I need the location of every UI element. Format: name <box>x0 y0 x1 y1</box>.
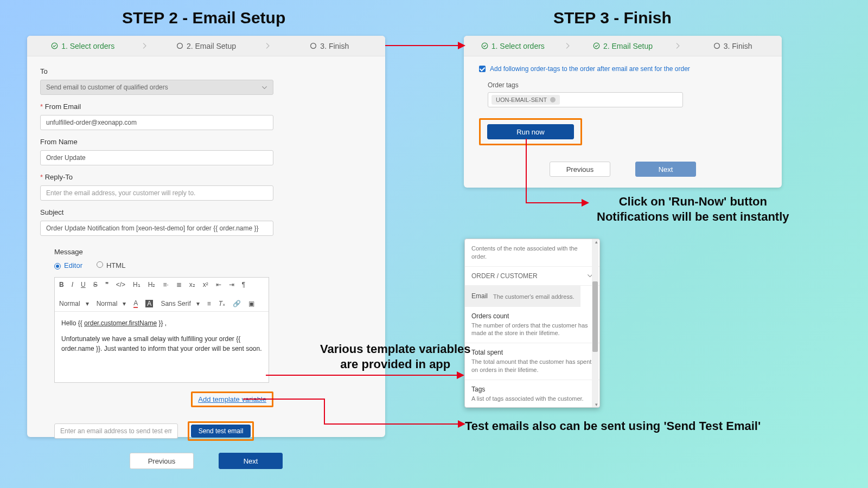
title-step3: STEP 3 - Finish <box>553 9 672 27</box>
code-icon[interactable]: </> <box>116 281 125 288</box>
variable-item[interactable]: Total spentThe total amount that the cus… <box>465 343 599 380</box>
remove-tag-icon[interactable] <box>550 97 556 102</box>
add-tags-label: Add following order-tags to the order af… <box>490 65 690 73</box>
svg-marker-11 <box>458 420 465 428</box>
check-circle-icon <box>481 42 488 49</box>
annotation-run: Click on 'Run-Now' buttonNotifications w… <box>597 194 789 224</box>
h2-icon[interactable]: H₂ <box>148 281 156 288</box>
align-icon[interactable]: ≡ <box>207 300 211 307</box>
variable-note: Contents of the note associated with the… <box>465 239 599 267</box>
arrow-icon <box>266 371 464 380</box>
chevron-down-icon <box>261 85 267 91</box>
circle-icon <box>713 42 720 49</box>
italic-icon[interactable]: I <box>72 281 73 288</box>
radio-editor-label: Editor <box>64 261 82 269</box>
chevron-right-icon <box>674 42 681 49</box>
step-label: 3. Finish <box>724 42 752 50</box>
reply-to-input[interactable] <box>40 185 273 201</box>
circle-icon <box>310 42 317 49</box>
step-finish[interactable]: 3. Finish <box>274 42 385 50</box>
chevron-right-icon <box>141 42 148 49</box>
test-email-input[interactable] <box>54 423 178 439</box>
strike-icon[interactable]: S <box>93 281 98 288</box>
subscript-icon[interactable]: x₂ <box>189 281 195 288</box>
from-email-label: From Email <box>40 102 372 111</box>
to-select[interactable]: Send email to customer of qualified orde… <box>40 80 273 95</box>
step-select-orders[interactable]: 1. Select orders <box>464 42 562 50</box>
pilcrow-icon[interactable]: ¶ <box>242 281 245 288</box>
editor-toolbar: B I U S ❞ </> H₁ H₂ ≡· ≣ x₂ x² ⇤ ⇥ ¶ Nor… <box>55 278 269 312</box>
text-color-icon[interactable]: A <box>133 299 138 308</box>
step-label: 2. Email Setup <box>187 42 236 50</box>
step-select-orders[interactable]: 1. Select orders <box>27 42 138 50</box>
from-name-input[interactable] <box>40 150 273 165</box>
finish-panel: 1. Select orders 2. Email Setup 3. Finis… <box>464 36 782 188</box>
h1-icon[interactable]: H₁ <box>133 281 141 288</box>
step-email-setup[interactable]: 2. Email Setup <box>574 42 672 50</box>
to-label: To <box>40 67 372 75</box>
subject-input[interactable] <box>40 221 273 236</box>
radio-html-label: HTML <box>106 261 125 269</box>
radio-icon <box>97 261 103 268</box>
step-label: 1. Select orders <box>61 42 114 50</box>
step-label: 2. Email Setup <box>603 42 653 50</box>
rich-text-editor: B I U S ❞ </> H₁ H₂ ≡· ≣ x₂ x² ⇤ ⇥ ¶ Nor… <box>54 277 269 383</box>
order-tags-field[interactable]: UON-EMAIL-SENT <box>488 92 683 107</box>
from-name-label: From Name <box>40 138 372 146</box>
message-label: Message <box>54 248 372 256</box>
send-test-email-button[interactable]: Send test email <box>191 425 251 438</box>
variable-item[interactable]: EmailThe customer's email address. <box>465 286 580 307</box>
arrow-icon <box>243 396 465 428</box>
variable-item[interactable]: TagsA list of tags associated with the c… <box>465 380 599 408</box>
outdent-icon[interactable]: ⇤ <box>216 281 221 288</box>
underline-icon[interactable]: U <box>81 281 86 288</box>
bold-icon[interactable]: B <box>59 281 64 288</box>
check-circle-icon <box>593 42 600 49</box>
paragraph-select[interactable]: Normal▾ <box>59 300 89 307</box>
chevron-right-icon <box>264 42 271 49</box>
clear-format-icon[interactable]: Tₓ <box>219 300 225 307</box>
step-label: 3. Finish <box>320 42 349 50</box>
radio-editor[interactable]: Editor <box>54 261 82 269</box>
step-label: 1. Select orders <box>492 42 545 50</box>
superscript-icon[interactable]: x² <box>203 281 208 288</box>
size-select[interactable]: Normal▾ <box>97 300 126 307</box>
step-finish[interactable]: 3. Finish <box>684 42 782 50</box>
svg-point-1 <box>177 43 183 49</box>
svg-marker-7 <box>458 42 465 49</box>
add-tags-checkbox[interactable] <box>479 66 486 72</box>
tag-chip[interactable]: UON-EMAIL-SENT <box>492 95 560 105</box>
bg-color-icon[interactable]: A <box>145 300 153 307</box>
variable-item[interactable]: Orders countThe number of orders that th… <box>465 307 599 344</box>
to-select-value: Send email to customer of qualified orde… <box>46 84 168 91</box>
run-now-button[interactable]: Run now <box>487 124 574 139</box>
title-step2: STEP 2 - Email Setup <box>122 9 285 27</box>
annotation-test: Test emails also can be sent using 'Send… <box>465 419 761 434</box>
font-select[interactable]: Sans Serif▾ <box>161 300 199 307</box>
template-variable-dropdown[interactable]: Contents of the note associated with the… <box>464 239 600 408</box>
svg-point-5 <box>714 43 719 49</box>
next-button[interactable]: Next <box>219 453 283 469</box>
stepper: 1. Select orders 2. Email Setup 3. Finis… <box>464 36 782 56</box>
svg-marker-8 <box>582 199 589 207</box>
unordered-list-icon[interactable]: ≣ <box>176 281 182 288</box>
variable-section-header[interactable]: ORDER / CUSTOMER <box>465 267 599 286</box>
circle-icon <box>176 42 183 49</box>
editor-content[interactable]: Hello {{ order.customer.firstName }} , U… <box>55 312 269 382</box>
radio-html[interactable]: HTML <box>97 261 125 269</box>
link-icon[interactable]: 🔗 <box>233 300 241 307</box>
next-button[interactable]: Next <box>635 162 696 177</box>
scrollbar[interactable]: ▴ ▾ <box>592 239 598 407</box>
subject-label: Subject <box>40 208 372 216</box>
stepper: 1. Select orders 2. Email Setup 3. Finis… <box>27 36 385 56</box>
quote-icon[interactable]: ❞ <box>105 281 108 288</box>
check-circle-icon <box>51 42 58 49</box>
step-email-setup[interactable]: 2. Email Setup <box>150 42 261 50</box>
indent-icon[interactable]: ⇥ <box>229 281 234 288</box>
arrow-icon <box>521 139 591 209</box>
reply-to-label: Reply-To <box>40 173 372 181</box>
previous-button[interactable]: Previous <box>130 453 194 469</box>
image-icon[interactable]: ▣ <box>248 300 254 307</box>
ordered-list-icon[interactable]: ≡· <box>163 281 168 288</box>
from-email-input[interactable] <box>40 115 273 130</box>
